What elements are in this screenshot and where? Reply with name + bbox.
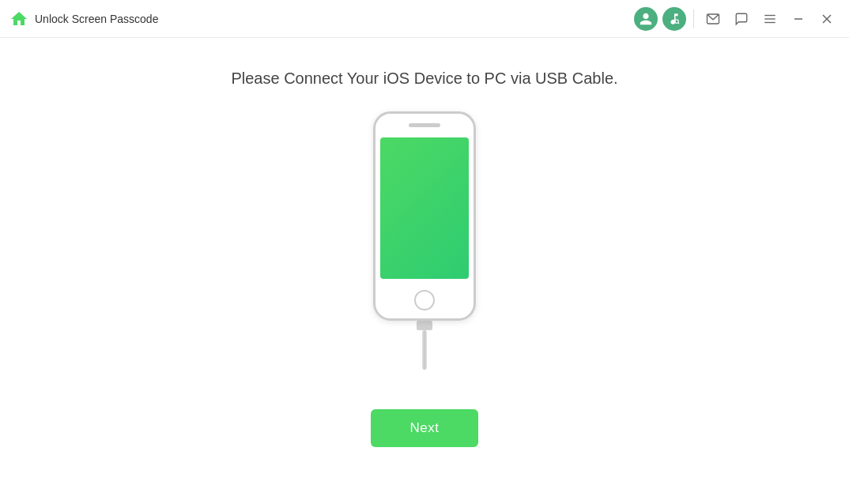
titlebar-right (633, 6, 840, 32)
instruction-text: Please Connect Your iOS Device to PC via… (231, 70, 617, 88)
cable-wire (422, 330, 427, 370)
menu-button[interactable] (757, 6, 783, 32)
phone-screen (380, 137, 469, 279)
svg-line-2 (678, 22, 679, 23)
divider (693, 9, 694, 28)
home-icon (9, 9, 28, 28)
music-icon (662, 7, 686, 31)
titlebar-left: Unlock Screen Passcode (9, 9, 158, 28)
app-title: Unlock Screen Passcode (35, 13, 158, 25)
next-button[interactable]: Next (371, 409, 478, 447)
cable-connector (417, 321, 432, 330)
titlebar: Unlock Screen Passcode (0, 0, 849, 38)
chat-button[interactable] (729, 6, 754, 32)
phone-home-button (414, 290, 435, 310)
main-content: Please Connect Your iOS Device to PC via… (0, 38, 849, 504)
close-button[interactable] (814, 6, 840, 32)
phone-body (373, 111, 476, 321)
usb-cable (369, 321, 480, 370)
minimize-button[interactable] (786, 6, 811, 32)
phone-speaker (409, 123, 440, 127)
svg-point-0 (671, 21, 674, 24)
account-icon (634, 7, 658, 31)
music-button[interactable] (662, 6, 687, 32)
mail-button[interactable] (700, 6, 726, 32)
account-button[interactable] (633, 6, 658, 32)
phone-illustration (369, 111, 480, 370)
